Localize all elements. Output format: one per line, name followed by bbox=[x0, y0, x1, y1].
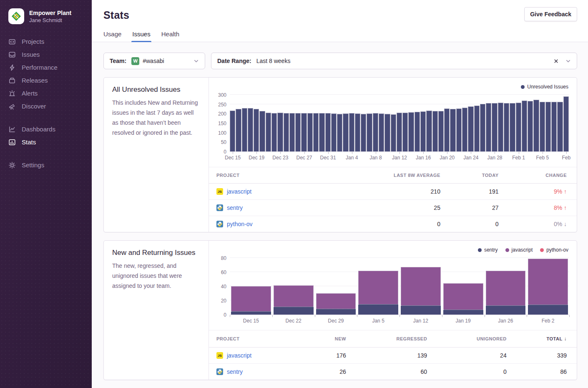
chart-bar[interactable] bbox=[468, 106, 473, 151]
chart-bar[interactable] bbox=[408, 112, 414, 151]
column-header[interactable]: UNIGNORED bbox=[437, 330, 517, 348]
tab-issues[interactable]: Issues bbox=[132, 30, 150, 42]
chart-bar[interactable] bbox=[337, 114, 342, 151]
chart-bar[interactable] bbox=[355, 113, 360, 151]
chart-bar[interactable] bbox=[301, 113, 307, 151]
chart-bar[interactable] bbox=[492, 103, 497, 152]
column-header[interactable]: NEW bbox=[314, 330, 356, 348]
chart-bar[interactable] bbox=[266, 113, 271, 151]
chart-bar[interactable] bbox=[379, 113, 384, 151]
project-link[interactable]: javascript bbox=[227, 352, 251, 359]
team-filter[interactable]: Team: W #wasabi bbox=[103, 53, 205, 69]
chart-stacked-bar[interactable] bbox=[274, 285, 314, 315]
tab-health[interactable]: Health bbox=[161, 30, 179, 42]
sidebar-item-alerts[interactable]: Alerts bbox=[0, 87, 92, 100]
sidebar-item-issues[interactable]: Issues bbox=[0, 48, 92, 61]
column-header[interactable]: CHANGE bbox=[509, 167, 577, 184]
chart-bar[interactable] bbox=[504, 103, 509, 152]
chart-bar[interactable] bbox=[426, 111, 432, 151]
chart-bar[interactable] bbox=[480, 104, 485, 151]
legend-item[interactable]: sentry bbox=[478, 247, 498, 253]
project-link[interactable]: sentry bbox=[227, 204, 243, 211]
chart-bar[interactable] bbox=[528, 101, 533, 151]
chart-bar[interactable] bbox=[545, 102, 551, 151]
chart-bar[interactable] bbox=[313, 113, 319, 151]
chart-bar[interactable] bbox=[331, 113, 337, 151]
chart-bar[interactable] bbox=[510, 103, 515, 151]
clear-date-range-icon[interactable] bbox=[553, 58, 559, 64]
chart-stacked-bar[interactable] bbox=[231, 286, 271, 315]
chart-bar[interactable] bbox=[533, 100, 539, 151]
chart-bar[interactable] bbox=[271, 113, 277, 151]
chart-bar[interactable] bbox=[373, 113, 378, 151]
chart-bar[interactable] bbox=[462, 108, 467, 151]
org-switcher[interactable]: Empower Plant Jane Schmidt bbox=[0, 8, 92, 24]
chart-bar[interactable] bbox=[444, 108, 450, 151]
chart-bar[interactable] bbox=[516, 103, 521, 151]
chart-bar[interactable] bbox=[248, 108, 253, 151]
chart-bar[interactable] bbox=[325, 113, 331, 151]
chart-bar[interactable] bbox=[456, 108, 462, 151]
chart-bar[interactable] bbox=[498, 103, 503, 151]
legend-item[interactable]: python-ov bbox=[540, 247, 568, 253]
tab-usage[interactable]: Usage bbox=[103, 30, 121, 42]
chart-stacked-bar[interactable] bbox=[443, 283, 483, 315]
chart-stacked-bar[interactable] bbox=[486, 271, 526, 315]
chart-bar[interactable] bbox=[319, 113, 324, 151]
chart-bar[interactable] bbox=[522, 101, 527, 151]
chart-bar[interactable] bbox=[384, 114, 390, 151]
chart-bar[interactable] bbox=[230, 111, 235, 151]
chart-bar[interactable] bbox=[284, 113, 289, 151]
chart-bar[interactable] bbox=[557, 102, 563, 151]
column-header[interactable]: PROJECT bbox=[209, 330, 314, 348]
sidebar-item-settings[interactable]: Settings bbox=[0, 159, 92, 171]
give-feedback-button[interactable]: Give Feedback bbox=[524, 7, 577, 21]
column-header[interactable]: REGRESSED bbox=[356, 330, 437, 348]
column-header[interactable]: TOTAL ↓ bbox=[517, 330, 577, 348]
project-link[interactable]: python-ov bbox=[227, 221, 252, 227]
chart-bar[interactable] bbox=[540, 102, 545, 151]
chart-bar[interactable] bbox=[420, 111, 426, 151]
chart-bar[interactable] bbox=[349, 113, 354, 151]
chart-bar[interactable] bbox=[242, 108, 247, 151]
chart-bar[interactable] bbox=[397, 113, 402, 151]
chart-bar[interactable] bbox=[254, 109, 259, 151]
chart-bar[interactable] bbox=[259, 111, 265, 151]
sidebar-item-releases[interactable]: Releases bbox=[0, 74, 92, 87]
chart-bar[interactable] bbox=[432, 111, 438, 151]
legend-item[interactable]: Unresolved Issues bbox=[521, 84, 568, 90]
chart-bar[interactable] bbox=[474, 106, 480, 151]
date-range-filter[interactable]: Date Range: Last 8 weeks bbox=[211, 53, 577, 69]
chart-bar[interactable] bbox=[438, 111, 444, 151]
legend-item[interactable]: javascript bbox=[505, 247, 533, 253]
chart-stacked-bar[interactable] bbox=[316, 293, 356, 315]
sidebar-item-dashboards[interactable]: Dashboards bbox=[0, 123, 92, 136]
chart-stacked-bar[interactable] bbox=[401, 267, 441, 315]
chart-bar[interactable] bbox=[415, 112, 420, 151]
project-link[interactable]: sentry bbox=[227, 368, 243, 375]
sidebar-item-stats[interactable]: Stats bbox=[0, 136, 92, 149]
column-header[interactable]: PROJECT bbox=[209, 167, 326, 184]
column-header[interactable]: TODAY bbox=[450, 167, 509, 184]
chart-bar[interactable] bbox=[295, 113, 301, 151]
chart-bar[interactable] bbox=[277, 113, 283, 151]
chart-bar[interactable] bbox=[563, 96, 569, 151]
chart-stacked-bar[interactable] bbox=[528, 259, 568, 315]
project-link[interactable]: javascript bbox=[227, 188, 251, 195]
chart-bar[interactable] bbox=[486, 103, 491, 151]
column-header[interactable]: LAST 8W AVERAGE bbox=[326, 167, 450, 184]
chart-bar[interactable] bbox=[343, 113, 348, 151]
chart-bar[interactable] bbox=[391, 114, 396, 151]
chart-bar[interactable] bbox=[236, 109, 241, 151]
chart-bar[interactable] bbox=[367, 113, 372, 151]
chart-bar[interactable] bbox=[307, 113, 313, 151]
chart-bar[interactable] bbox=[402, 113, 408, 151]
chart-bar[interactable] bbox=[551, 102, 557, 151]
chart-bar[interactable] bbox=[361, 114, 366, 151]
chart-stacked-bar[interactable] bbox=[358, 271, 398, 315]
chevron-down-icon[interactable] bbox=[565, 58, 571, 64]
sidebar-item-performance[interactable]: Performance bbox=[0, 61, 92, 74]
sidebar-item-discover[interactable]: Discover bbox=[0, 100, 92, 113]
sidebar-item-projects[interactable]: Projects bbox=[0, 35, 92, 48]
chart-bar[interactable] bbox=[450, 109, 455, 151]
